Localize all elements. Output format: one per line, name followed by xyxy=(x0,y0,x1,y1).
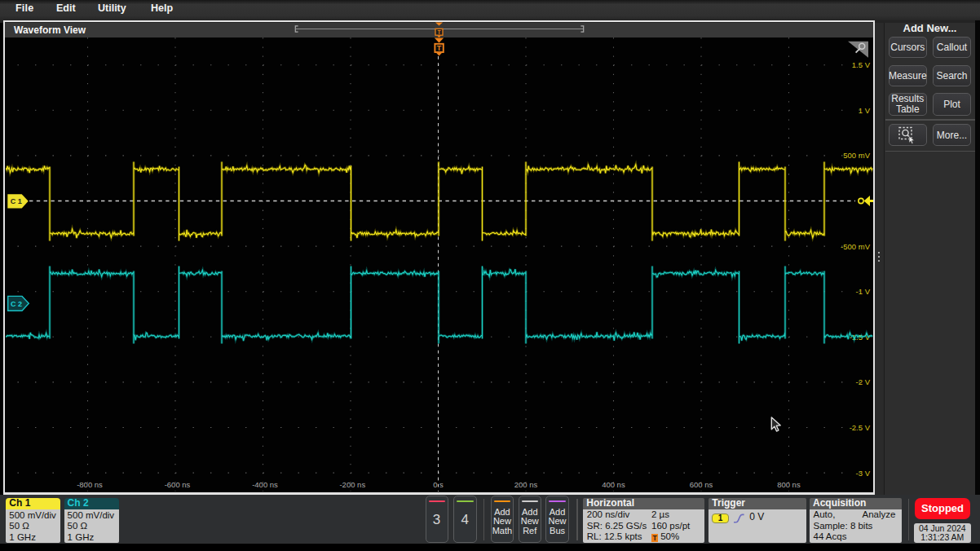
svg-text:-600 ns: -600 ns xyxy=(165,480,191,489)
svg-text:500 mV: 500 mV xyxy=(843,151,870,160)
svg-text:1.5 V: 1.5 V xyxy=(852,60,871,69)
svg-text:C 1: C 1 xyxy=(11,197,22,205)
svg-text:C 2: C 2 xyxy=(11,300,22,308)
svg-text:600 ns: 600 ns xyxy=(690,480,713,489)
svg-text:1 V: 1 V xyxy=(859,106,871,115)
svg-text:-2 V: -2 V xyxy=(856,377,871,386)
svg-text:-500 mV: -500 mV xyxy=(841,242,871,251)
svg-text:-400 ns: -400 ns xyxy=(252,480,278,489)
svg-text:0 s: 0 s xyxy=(433,480,444,489)
svg-text:-1 V: -1 V xyxy=(856,287,871,296)
svg-text:400 ns: 400 ns xyxy=(602,480,625,489)
svg-text:200 ns: 200 ns xyxy=(514,480,538,489)
svg-text:-200 ns: -200 ns xyxy=(339,480,365,489)
svg-text:-2.5 V: -2.5 V xyxy=(850,423,871,432)
svg-text:-3 V: -3 V xyxy=(856,469,871,478)
svg-text:T: T xyxy=(437,44,442,52)
svg-text:-800 ns: -800 ns xyxy=(77,480,103,489)
svg-text:800 ns: 800 ns xyxy=(777,480,801,489)
